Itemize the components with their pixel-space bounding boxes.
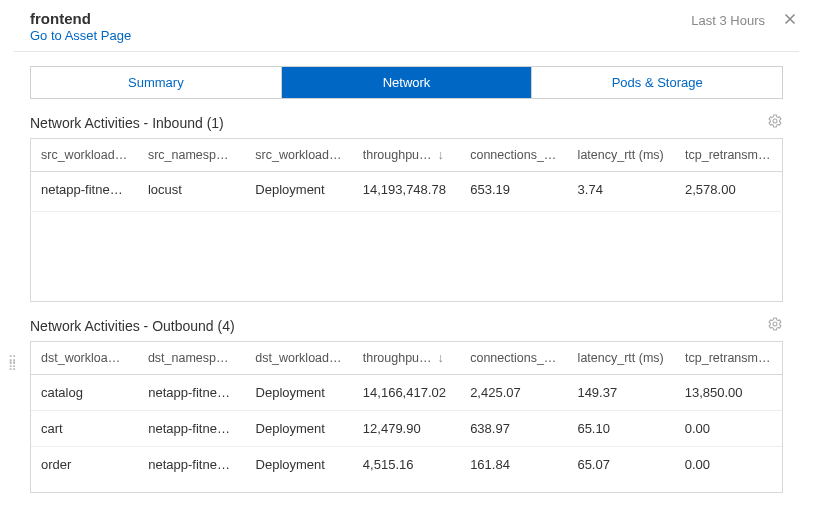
col-src-workload-kind[interactable]: src_workload_… [245,139,352,172]
outbound-table-header: dst_workloa… dst_namespace dst_workload_… [30,341,783,375]
close-icon[interactable] [781,10,799,31]
cell-tcp-retransmit: 0.00 [675,447,782,483]
cell-dst-namespace: netapp-fitness-… [138,411,245,447]
cell-connections: 2,425.07 [460,375,567,411]
outbound-title: Network Activities - Outbound (4) [30,318,235,334]
cell-tcp-retransmit: 2,578.00 [675,172,782,212]
col-tcp-retransmit[interactable]: tcp_retransmit… [675,139,782,172]
col-connections[interactable]: connections_t… [460,342,567,375]
cell-connections: 638.97 [460,411,567,447]
svg-point-0 [773,119,777,123]
cell-throughput: 12,479.90 [353,411,460,447]
inbound-table: src_workload… src_namespace src_workload… [30,138,783,302]
cell-dst-workload-kind: Deployment [246,375,353,411]
cell-dst-workload: cart [31,411,138,447]
cell-dst-workload-kind: Deployment [246,411,353,447]
col-dst-namespace[interactable]: dst_namespace [138,342,245,375]
gear-icon[interactable] [767,113,783,132]
col-src-workload[interactable]: src_workload… [31,139,138,172]
header-divider [14,51,799,52]
cell-dst-workload-kind: Deployment [246,447,353,483]
col-throughput-label: throughpu… [363,148,432,162]
col-src-namespace[interactable]: src_namespace [138,139,245,172]
cell-throughput: 4,515.16 [353,447,460,483]
cell-latency: 65.10 [567,411,674,447]
inbound-section: Network Activities - Inbound (1) src_wor… [30,113,783,302]
tab-pods-storage[interactable]: Pods & Storage [532,67,782,98]
inbound-title: Network Activities - Inbound (1) [30,115,224,131]
tab-network[interactable]: Network [282,67,533,98]
col-latency[interactable]: latency_rtt (ms) [568,139,675,172]
outbound-header-row: dst_workloa… dst_namespace dst_workload_… [31,342,783,375]
cell-tcp-retransmit: 13,850.00 [675,375,782,411]
col-throughput-label: throughpu… [363,351,432,365]
svg-point-1 [773,322,777,326]
cell-dst-workload: catalog [31,375,138,411]
outbound-head: Network Activities - Outbound (4) [30,316,783,335]
cell-latency: 3.74 [568,172,675,212]
header-left: frontend Go to Asset Page [30,10,131,43]
tab-summary[interactable]: Summary [31,67,282,98]
cell-latency: 65.07 [567,447,674,483]
cell-throughput: 14,166,417.02 [353,375,460,411]
cell-throughput: 14,193,748.78 [353,172,460,212]
table-row[interactable]: order netapp-fitness-… Deployment 4,515.… [31,447,782,483]
panel-header: frontend Go to Asset Page Last 3 Hours [0,0,813,51]
col-connections[interactable]: connections_t… [460,139,567,172]
outbound-table: catalog netapp-fitness-… Deployment 14,1… [31,375,782,482]
col-latency[interactable]: latency_rtt (ms) [568,342,675,375]
cell-dst-namespace: netapp-fitness-… [138,375,245,411]
cell-src-workload-kind: Deployment [245,172,352,212]
col-throughput[interactable]: throughpu…↓ [353,139,460,172]
table-row[interactable]: netapp-fitnes… locust Deployment 14,193,… [31,172,783,212]
cell-src-workload: netapp-fitnes… [31,172,138,212]
cell-dst-namespace: netapp-fitness-… [138,447,245,483]
cell-connections: 161.84 [460,447,567,483]
tab-bar: Summary Network Pods & Storage [30,66,783,99]
cell-connections: 653.19 [460,172,567,212]
col-dst-workload[interactable]: dst_workloa… [31,342,138,375]
gear-icon[interactable] [767,316,783,335]
inbound-head: Network Activities - Inbound (1) [30,113,783,132]
cell-src-namespace: locust [138,172,245,212]
sort-desc-icon: ↓ [438,351,444,365]
asset-page-link[interactable]: Go to Asset Page [30,28,131,43]
time-range-label: Last 3 Hours [691,13,765,28]
col-tcp-retransmit[interactable]: tcp_retransmit… [675,342,782,375]
page-title: frontend [30,10,131,27]
col-dst-workload-kind[interactable]: dst_workload_… [245,342,352,375]
inbound-header-row: src_workload… src_namespace src_workload… [31,139,783,172]
cell-latency: 149.37 [567,375,674,411]
outbound-scroll[interactable]: catalog netapp-fitness-… Deployment 14,1… [30,375,783,493]
cell-tcp-retransmit: 0.00 [675,411,782,447]
drag-handle-icon[interactable]: ⠿⠿ [8,358,18,370]
header-right: Last 3 Hours [691,10,799,31]
cell-dst-workload: order [31,447,138,483]
outbound-section: Network Activities - Outbound (4) dst_wo… [30,316,783,493]
table-row[interactable]: cart netapp-fitness-… Deployment 12,479.… [31,411,782,447]
col-throughput[interactable]: throughpu…↓ [353,342,460,375]
sort-desc-icon: ↓ [438,148,444,162]
table-row[interactable]: catalog netapp-fitness-… Deployment 14,1… [31,375,782,411]
